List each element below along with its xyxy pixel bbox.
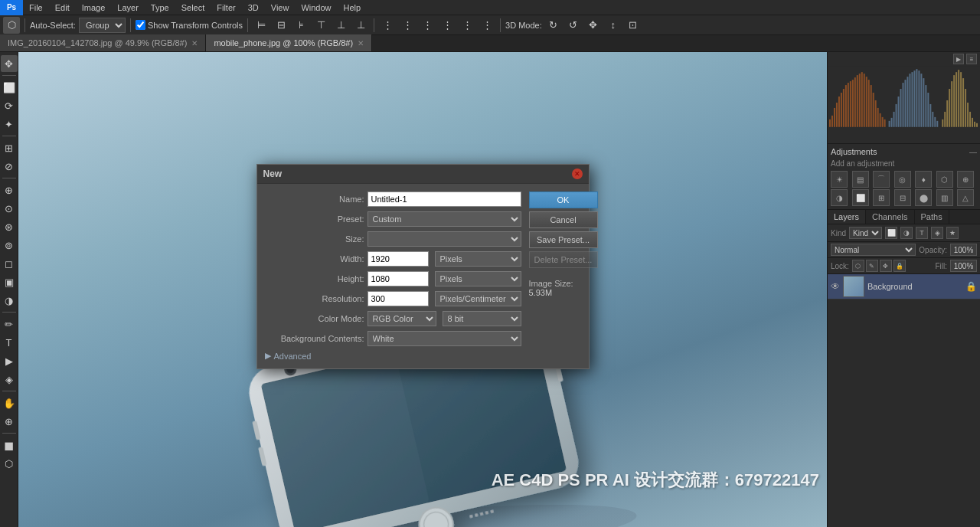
pen-tool-btn[interactable]: ✏ (1, 316, 18, 332)
opacity-input[interactable] (950, 244, 977, 256)
cancel-button[interactable]: Cancel (529, 211, 598, 228)
adj-curves-icon[interactable]: ⌒ (873, 171, 890, 188)
layer-visibility-icon[interactable]: 👁 (831, 281, 840, 292)
filter-type-icon[interactable]: T (916, 227, 928, 239)
align-bottom-icon[interactable]: ⊥ (352, 17, 369, 34)
align-left-icon[interactable]: ⊨ (253, 17, 270, 34)
size-dropdown[interactable] (368, 231, 521, 247)
menu-filter[interactable]: Filter (211, 0, 241, 15)
lock-position-icon[interactable]: ✥ (880, 260, 892, 272)
dialog-advanced-row[interactable]: ▶ Advanced (265, 351, 521, 361)
tab-layers[interactable]: Layers (828, 210, 866, 224)
dialog-close-button[interactable]: ✕ (572, 169, 583, 179)
adj-color-lookup-icon[interactable]: ⊟ (894, 189, 911, 206)
healing-brush-btn[interactable]: ⊕ (1, 182, 18, 198)
dodge-btn[interactable]: ◑ (1, 292, 18, 309)
show-transform-controls-checkbox[interactable] (136, 20, 145, 30)
adj-posterize-icon[interactable]: ▥ (936, 189, 953, 206)
menu-image[interactable]: Image (76, 0, 112, 15)
adj-invert-icon[interactable]: ⬤ (915, 189, 932, 206)
gradient-btn[interactable]: ▣ (1, 273, 18, 290)
delete-preset-button[interactable]: Delete Preset... (529, 251, 598, 268)
tab-paths[interactable]: Paths (915, 210, 949, 224)
adj-exposure-icon[interactable]: ◎ (894, 171, 911, 188)
adj-hsl-icon[interactable]: ⬡ (936, 171, 953, 188)
menu-help[interactable]: Help (338, 0, 368, 15)
distribute-left-icon[interactable]: ⋮ (379, 17, 396, 34)
marquee-tool-btn[interactable]: ⬜ (1, 79, 18, 96)
quick-selection-btn[interactable]: ✦ (1, 116, 18, 133)
bg-contents-dropdown[interactable]: White Background Color Transparent (368, 331, 521, 346)
3d-slide-icon[interactable]: ↕ (605, 17, 622, 34)
blend-mode-dropdown[interactable]: Normal Multiply Screen (831, 244, 916, 256)
menu-file[interactable]: File (23, 0, 49, 15)
ok-button[interactable]: OK (529, 191, 598, 208)
brush-tool-btn[interactable]: ⊙ (1, 200, 18, 217)
distribute-center-h-icon[interactable]: ⋮ (399, 17, 416, 34)
show-transform-controls-label[interactable]: Show Transform Controls (136, 20, 243, 30)
name-input[interactable] (368, 191, 521, 207)
adj-brightness-icon[interactable]: ☀ (831, 171, 848, 188)
width-unit-dropdown[interactable]: Pixels Inches cm (435, 251, 521, 267)
adj-colorbalance-icon[interactable]: ⊕ (957, 171, 974, 188)
shape-tool-btn[interactable]: ◈ (1, 371, 18, 388)
tab-mobile-close[interactable]: ✕ (358, 39, 364, 47)
eraser-btn[interactable]: ◻ (1, 255, 18, 272)
menu-window[interactable]: Window (295, 0, 337, 15)
3d-rotate-icon[interactable]: ↻ (545, 17, 562, 34)
align-center-v-icon[interactable]: ⊥ (332, 17, 349, 34)
hand-tool-btn[interactable]: ✋ (1, 394, 18, 411)
3d-scale-icon[interactable]: ⊡ (625, 17, 642, 34)
save-preset-button[interactable]: Save Preset... (529, 231, 598, 248)
type-tool-btn[interactable]: T (1, 334, 18, 351)
path-selection-btn[interactable]: ▶ (1, 352, 18, 369)
preset-dropdown[interactable]: Custom Default Photoshop Size U.S. Paper (368, 211, 521, 227)
zoom-tool-btn[interactable]: ⊕ (1, 413, 18, 430)
histogram-icon-2[interactable]: ≡ (966, 54, 977, 64)
filter-pixel-icon[interactable]: ⬜ (885, 227, 897, 239)
adj-bw-icon[interactable]: ◑ (831, 189, 848, 206)
align-top-icon[interactable]: ⊤ (312, 17, 329, 34)
resolution-unit-dropdown[interactable]: Pixels/Centimeter Pixels/Inch (435, 291, 521, 306)
adj-photo-filter-icon[interactable]: ⬜ (852, 189, 869, 206)
distribute-center-v-icon[interactable]: ⋮ (459, 17, 475, 34)
filter-adj-icon[interactable]: ◑ (900, 227, 913, 239)
menu-layer[interactable]: Layer (111, 0, 145, 15)
adj-vibrance-icon[interactable]: ♦ (915, 171, 932, 188)
3d-pan-icon[interactable]: ✥ (585, 17, 602, 34)
tab-channels[interactable]: Channels (866, 210, 914, 224)
color-mode-dropdown[interactable]: RGB Color CMYK Color Grayscale (368, 311, 436, 326)
adjustments-collapse[interactable]: — (969, 148, 977, 156)
distribute-right-icon[interactable]: ⋮ (419, 17, 436, 34)
clone-stamp-btn[interactable]: ⊛ (1, 218, 18, 235)
history-brush-btn[interactable]: ⊚ (1, 237, 18, 254)
move-tool-icon[interactable]: ⬡ (3, 17, 20, 34)
lock-all-icon[interactable]: 🔒 (893, 260, 906, 272)
height-input[interactable] (368, 271, 429, 286)
distribute-top-icon[interactable]: ⋮ (439, 17, 456, 34)
lock-transparent-icon[interactable]: ⬡ (852, 260, 864, 272)
menu-type[interactable]: Type (145, 0, 175, 15)
menu-edit[interactable]: Edit (49, 0, 76, 15)
fill-input[interactable] (950, 260, 977, 272)
fg-bg-colors-btn[interactable]: ◼ (1, 437, 18, 453)
menu-3d[interactable]: 3D (242, 0, 265, 15)
layer-item-background[interactable]: 👁 Background 🔒 (828, 274, 980, 300)
quick-mask-btn[interactable]: ⬡ (1, 455, 18, 472)
resolution-input[interactable] (368, 291, 429, 306)
filter-smart-icon[interactable]: ★ (946, 227, 959, 239)
adj-threshold-icon[interactable]: △ (957, 189, 974, 206)
tab-mobile[interactable]: mobile_phone.jpg @ 100% (RGB/8#) ✕ (206, 34, 372, 51)
histogram-icon-1[interactable]: ▶ (953, 54, 964, 64)
menu-select[interactable]: Select (175, 0, 211, 15)
menu-view[interactable]: View (265, 0, 296, 15)
lock-image-icon[interactable]: ✎ (866, 260, 878, 272)
tab-img-close[interactable]: ✕ (191, 39, 198, 47)
3d-roll-icon[interactable]: ↺ (565, 17, 582, 34)
distribute-bottom-icon[interactable]: ⋮ (479, 17, 495, 34)
color-depth-dropdown[interactable]: 8 bit 16 bit 32 bit (443, 311, 521, 326)
adj-levels-icon[interactable]: ▤ (852, 171, 869, 188)
height-unit-dropdown[interactable]: Pixels Inches cm (435, 271, 521, 286)
eyedropper-btn[interactable]: ⊘ (1, 158, 18, 175)
kind-filter-dropdown[interactable]: Kind (849, 227, 882, 239)
